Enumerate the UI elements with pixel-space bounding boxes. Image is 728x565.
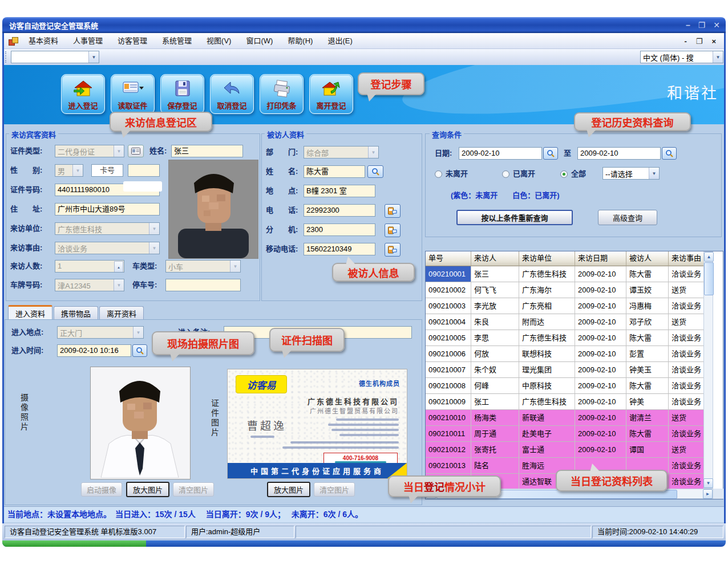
scroll-right-icon[interactable]: ► [703,489,713,499]
dept-combo[interactable]: 综合部 ▼ [304,146,379,158]
table-row[interactable]: 090210004朱良附而达2009-02-10邓子欣送货 [426,314,704,330]
chevron-down-icon[interactable]: ▼ [88,51,99,63]
card-no-button[interactable]: 卡号 [91,164,123,177]
language-combo[interactable]: 中文 (简体) - 搜 ▼ [640,51,723,63]
close-icon[interactable]: ✕ [713,21,720,30]
cancel-register-button[interactable]: 取消登记 [210,74,254,114]
plate-combo[interactable]: 津A12345 ▼ [55,279,124,291]
col-header-reason[interactable]: 来访事由 [669,251,704,266]
read-card-button[interactable]: 读取证件 [111,74,155,114]
print-ticket-button[interactable]: 打印凭条 [260,74,304,114]
tab-carried-items[interactable]: 携带物品 [54,306,98,319]
col-header-visited[interactable]: 被访人 [626,251,669,266]
start-camera-button[interactable]: 启动摄像 [81,482,122,497]
clear-card-button[interactable]: 清空图片 [314,482,355,497]
entry-location-combo[interactable]: 正大门 ▼ [57,326,144,339]
col-header-visitor[interactable]: 来访人 [471,251,519,266]
filter-combo[interactable]: --请选择 ▼ [602,167,660,180]
col-header-date[interactable]: 来访日期 [575,251,626,266]
menu-system[interactable]: 系统管理 [155,35,199,47]
entry-time-input[interactable]: 2009-02-10 10:16 [57,344,131,357]
gender-combo[interactable]: 男 ▼ [55,164,83,177]
table-row[interactable]: 090210003李光放广东亮相2009-02-10冯惠梅洽谈业务 [426,298,704,314]
table-row[interactable]: 090210011周于通赴美电子2009-02-10陈大雷洽谈业务 [426,426,704,442]
menu-window[interactable]: 窗口(W) [238,35,280,47]
table-row[interactable]: 090210005李思广东德生科技2009-02-10陈大雷洽谈业务 [426,330,704,346]
chevron-down-icon[interactable]: ▼ [713,51,723,63]
radio-left[interactable]: 已离开 [502,168,535,180]
table-row[interactable]: 090210009张工广东德生科技2009-02-10钟美洽谈业务 [426,394,704,410]
spin-up-icon[interactable]: ▲ [114,261,123,273]
menu-basic-data[interactable]: 基本资料 [21,35,66,47]
menu-hr[interactable]: 人事管理 [66,35,110,47]
ext-input[interactable]: 2300 [304,223,375,236]
notify-ext-button[interactable] [385,223,401,237]
entry-time-picker-button[interactable] [132,344,147,357]
vscroll-thumb[interactable] [704,262,714,295]
card-reader-button[interactable] [128,145,144,157]
visit-reason-combo[interactable]: 洽谈业务 ▼ [55,242,160,254]
notify-mobile-button[interactable] [385,243,401,257]
search-visited-button[interactable] [367,165,383,178]
visitor-count-label: 来访人数: [10,260,42,273]
radio-icon[interactable] [502,170,509,178]
quick-combo[interactable]: ▼ [11,51,99,63]
date-to-picker-button[interactable] [662,147,677,160]
location-input[interactable]: B幢 2301 室 [304,185,375,197]
radio-all[interactable]: 全部 [560,168,586,180]
tab-leave-info[interactable]: 离开资料 [99,306,144,319]
clear-photo-button[interactable]: 清空图片 [173,482,214,497]
col-header-id[interactable]: 单号 [426,251,471,266]
cert-type-combo[interactable]: 二代身份证 ▼ [55,145,124,157]
bottom-green-segment [2,540,146,547]
menu-exit[interactable]: 退出(E) [320,35,359,47]
save-register-button[interactable]: 保存登记 [160,74,204,114]
table-row[interactable]: 090210006何放联想科技2009-02-10彭置洽谈业务 [426,346,704,362]
zoom-photo-button[interactable]: 放大图片 [126,482,169,497]
table-row[interactable]: 090210012张寄托富士通2009-02-10谭国送货 [426,442,704,458]
menu-help[interactable]: 帮助(H) [280,35,320,47]
radio-icon[interactable] [435,170,442,178]
table-row[interactable]: 090210007朱个奴理光集团2009-02-10钟美玉洽谈业务 [426,362,704,378]
visitor-name-input[interactable]: 张三 [171,145,243,157]
phone-input[interactable]: 22992300 [304,204,375,217]
zoom-card-button[interactable]: 放大图片 [267,482,310,497]
menu-visitor[interactable]: 访客管理 [110,35,155,47]
advanced-query-button[interactable]: 高级查询 [598,210,657,225]
radio-selected-icon[interactable] [560,170,568,178]
chevron-down-icon: ▼ [72,165,83,176]
col-header-company[interactable]: 来访单位 [519,251,575,266]
radio-not-left[interactable]: 未离开 [435,168,468,180]
table-row[interactable]: 090210010杨海类新联通2009-02-10谢清兰送货 [426,410,704,426]
card-no-input[interactable] [128,164,160,177]
requery-button[interactable]: 按以上条件重新查询 [456,210,573,225]
scroll-up-icon[interactable]: ▲ [704,252,714,262]
mdi-restore-icon[interactable]: ❐ [696,37,703,46]
table-row[interactable]: 090210001张三广东德生科技2009-02-10陈大雷洽谈业务 [426,266,704,282]
date-from-picker-button[interactable] [543,147,558,160]
table-row[interactable]: 090210008何峰中原科技2009-02-10陈大雷洽谈业务 [426,378,704,394]
tab-entry-info[interactable]: 进入资料 [8,305,52,319]
table-row[interactable]: 090210002何飞飞广东海尔2009-02-10谭玉姣送货 [426,282,704,298]
menu-view[interactable]: 视图(V) [199,35,238,47]
mdi-minimize-icon[interactable]: - [684,37,686,46]
chevron-down-icon[interactable]: ▼ [649,168,659,179]
mobile-input[interactable]: 15602210349 [304,243,375,255]
mdi-close-icon[interactable]: × [711,37,716,46]
cell-visited: 陈大雷 [626,426,669,442]
scroll-down-icon[interactable]: ▼ [703,478,713,488]
restore-icon[interactable]: ❐ [698,21,706,30]
date-from-input[interactable]: 2009-02-10 [459,147,542,160]
parking-input[interactable] [165,279,241,291]
visited-name-input[interactable]: 陈大雷 [304,165,365,178]
address-input[interactable]: 广州市中山大道89号 [55,203,160,216]
visit-company-combo[interactable]: 广东德生科技 ▼ [55,222,160,235]
visitor-count-stepper[interactable]: 1 ▲▼ [55,260,124,273]
table-vscrollbar[interactable]: ▲ ▼ [703,251,713,489]
minimize-icon[interactable]: – [686,21,690,30]
date-to-input[interactable]: 2009-02-10 [577,147,661,160]
leave-register-button[interactable]: 离开登记 [309,74,353,114]
vehicle-type-combo[interactable]: 小车 ▼ [165,260,241,273]
notify-phone-button[interactable] [385,204,401,218]
enter-register-button[interactable]: 进入登记 [61,74,105,114]
